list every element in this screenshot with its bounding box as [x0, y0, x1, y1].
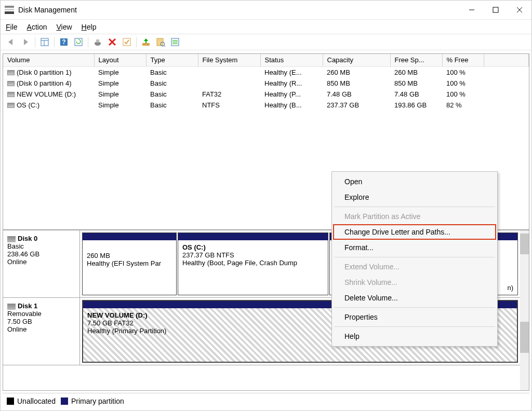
delete-button[interactable] — [106, 36, 118, 48]
menu-action[interactable]: Action — [27, 23, 47, 31]
svg-line-18 — [164, 46, 165, 47]
legend-swatch-unallocated — [7, 398, 14, 405]
volume-name: NEW VOLUME (D:) — [17, 90, 76, 98]
checkmark-button[interactable] — [121, 36, 133, 48]
disk-info[interactable]: Disk 1 Removable 7.50 GB Online — [3, 298, 80, 365]
show-hide-console-button[interactable] — [38, 36, 51, 48]
svg-rect-11 — [96, 39, 99, 43]
col-fs[interactable]: File System — [198, 54, 260, 66]
col-layout[interactable]: Layout — [94, 54, 146, 66]
nav-back-button[interactable] — [5, 36, 17, 48]
menu-file[interactable]: File — [6, 23, 18, 31]
ctx-mark-active: Mark Partition as Active — [333, 209, 496, 224]
volume-row[interactable]: NEW VOLUME (D:) SimpleBasicFAT32 Healthy… — [3, 89, 529, 100]
partition[interactable]: 260 MB Healthy (EFI System Par — [82, 232, 177, 295]
legend: Unallocated Primary partition — [3, 393, 529, 408]
scrollbar[interactable] — [520, 230, 529, 390]
col-free[interactable]: Free Sp... — [390, 54, 442, 66]
col-status[interactable]: Status — [260, 54, 323, 66]
disk-icon — [7, 304, 16, 310]
close-button[interactable] — [508, 1, 531, 19]
ctx-extend-volume: Extend Volume... — [333, 259, 496, 275]
ctx-change-drive-letter[interactable]: Change Drive Letter and Paths... — [333, 224, 496, 240]
volume-name: (Disk 0 partition 1) — [17, 68, 71, 76]
svg-rect-1 — [493, 7, 498, 12]
list-button[interactable] — [169, 36, 181, 48]
svg-rect-15 — [142, 43, 150, 46]
context-menu: Open Explore Mark Partition as Active Ch… — [331, 171, 498, 347]
svg-rect-4 — [41, 38, 48, 46]
ctx-delete-volume[interactable]: Delete Volume... — [333, 290, 496, 306]
volume-icon — [7, 70, 15, 75]
partition-title: OS (C:) — [182, 243, 324, 251]
ctx-properties[interactable]: Properties — [333, 309, 496, 325]
ctx-shrink-volume: Shrink Volume... — [333, 275, 496, 290]
col-spacer — [484, 54, 529, 66]
app-icon — [5, 6, 14, 14]
disk-info[interactable]: Disk 0 Basic 238.46 GB Online — [3, 230, 80, 297]
volume-icon — [7, 92, 15, 97]
upload-button[interactable] — [140, 36, 152, 48]
ctx-open[interactable]: Open — [333, 174, 496, 189]
col-capacity[interactable]: Capacity — [323, 54, 390, 66]
volume-name: OS (C:) — [17, 101, 39, 109]
menu-view[interactable]: View — [57, 23, 72, 31]
volume-row[interactable]: OS (C:) SimpleBasicNTFS Healthy (B...237… — [3, 100, 529, 111]
legend-swatch-primary — [61, 398, 68, 405]
column-headers[interactable]: Volume Layout Type File System Status Ca… — [3, 54, 529, 66]
legend-label: Primary partition — [71, 397, 124, 405]
ctx-explore[interactable]: Explore — [333, 189, 496, 205]
volume-row[interactable]: (Disk 0 partition 4) SimpleBasic Healthy… — [3, 78, 529, 89]
rescan-button[interactable] — [91, 36, 104, 48]
menu-help[interactable]: Help — [82, 23, 97, 31]
svg-text:?: ? — [62, 38, 65, 46]
volume-icon — [7, 103, 15, 108]
nav-forward-button[interactable] — [19, 36, 32, 48]
disk-label: Disk 0 — [18, 235, 37, 242]
ctx-help[interactable]: Help — [333, 328, 496, 344]
col-volume[interactable]: Volume — [3, 54, 94, 66]
title-bar: Disk Management — [1, 1, 531, 19]
refresh-button[interactable] — [72, 36, 85, 48]
partition[interactable]: OS (C:) 237.37 GB NTFS Healthy (Boot, Pa… — [178, 232, 328, 295]
volume-name: (Disk 0 partition 4) — [17, 79, 71, 87]
menu-bar: File Action View Help — [1, 19, 531, 34]
minimize-button[interactable] — [460, 1, 484, 19]
maximize-button[interactable] — [484, 1, 508, 19]
disk-label: Disk 1 — [18, 302, 37, 310]
col-type[interactable]: Type — [146, 54, 198, 66]
legend-label: Unallocated — [17, 397, 56, 405]
help-button[interactable]: ? — [58, 36, 70, 48]
disk-icon — [7, 236, 16, 242]
toolbar: ? — [1, 34, 531, 50]
col-pct[interactable]: % Free — [442, 54, 484, 66]
properties-button[interactable] — [154, 36, 167, 48]
volume-row[interactable]: (Disk 0 partition 1) SimpleBasic Healthy… — [3, 66, 529, 78]
window-title: Disk Management — [18, 6, 77, 14]
volume-icon — [7, 81, 15, 86]
ctx-format[interactable]: Format... — [333, 240, 496, 255]
